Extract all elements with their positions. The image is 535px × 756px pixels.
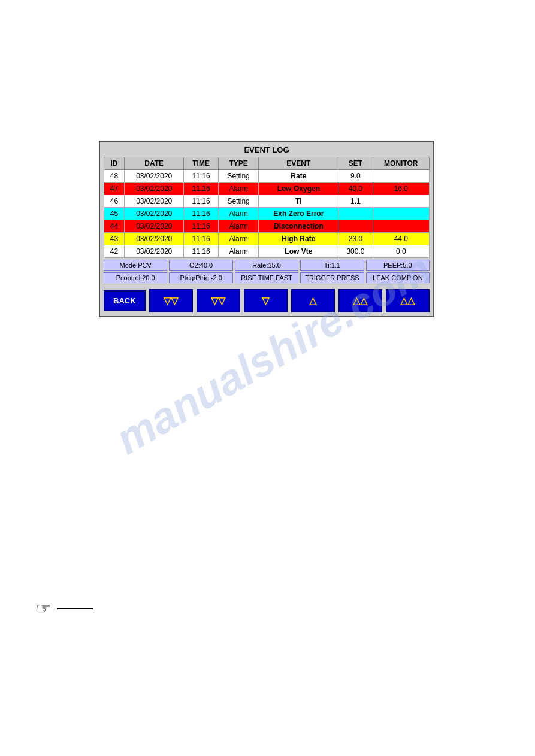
page-container: manualshire.com ☞ EVENT LOG ID DATE TIME… [0,0,535,756]
status-cell: Rate:15.0 [235,260,298,271]
table-row: 4203/02/202011:16AlarmLow Vte300.00.0 [104,245,430,258]
nav-row: BACK ▽▽ ▽▽ ▽ △ △△ △△ [104,289,430,312]
back-button[interactable]: BACK [104,290,146,311]
status-cell: Pcontrol:20.0 [104,272,167,283]
col-monitor: MONITOR [373,157,429,170]
table-row: 4703/02/202011:16AlarmLow Oxygen40.016.0 [104,183,430,195]
col-event: EVENT [259,157,338,170]
table-header-row: ID DATE TIME TYPE EVENT SET MONITOR [104,157,430,170]
nav-btn-1[interactable]: ▽▽ [149,289,193,312]
nav-btn-5[interactable]: △△ [338,289,382,312]
status-bar-2: Pcontrol:20.0Ptrig/Ptrig:-2.0RISE TIME F… [104,272,430,283]
col-set: SET [338,157,373,170]
status-cell: TRIGGER PRESS [300,272,364,283]
col-id: ID [104,157,125,170]
table-row: 4803/02/202011:16SettingRate9.0 [104,170,430,183]
finger-icon-area: ☞ [36,599,93,618]
status-cell: Ti:1.1 [300,260,364,271]
event-table: ID DATE TIME TYPE EVENT SET MONITOR 4803… [104,157,430,258]
finger-line [57,608,93,609]
event-log-panel: EVENT LOG ID DATE TIME TYPE EVENT SET MO… [99,141,434,317]
col-time: TIME [184,157,218,170]
status-cell: RISE TIME FAST [235,272,298,283]
col-date: DATE [125,157,184,170]
event-log-title: EVENT LOG [104,145,430,154]
status-cell: LEAK COMP ON [366,272,430,283]
nav-btn-2[interactable]: ▽▽ [197,289,240,312]
nav-btn-3[interactable]: ▽ [244,289,288,312]
table-row: 4403/02/202011:16AlarmDisconnection [104,220,430,233]
table-row: 4303/02/202011:16AlarmHigh Rate23.044.0 [104,233,430,245]
finger-icon: ☞ [36,599,51,618]
col-type: TYPE [218,157,259,170]
status-bar-1: Mode PCVO2:40.0Rate:15.0Ti:1.1PEEP:5.0 [104,260,430,271]
status-cell: O2:40.0 [169,260,232,271]
status-cell: Mode PCV [104,260,167,271]
status-cell: PEEP:5.0 [366,260,430,271]
nav-btn-4[interactable]: △ [291,289,335,312]
nav-btn-6[interactable]: △△ [386,289,430,312]
table-row: 4603/02/202011:16SettingTi1.1 [104,195,430,208]
table-row: 4503/02/202011:16AlarmExh Zero Error [104,208,430,220]
status-cell: Ptrig/Ptrig:-2.0 [169,272,232,283]
